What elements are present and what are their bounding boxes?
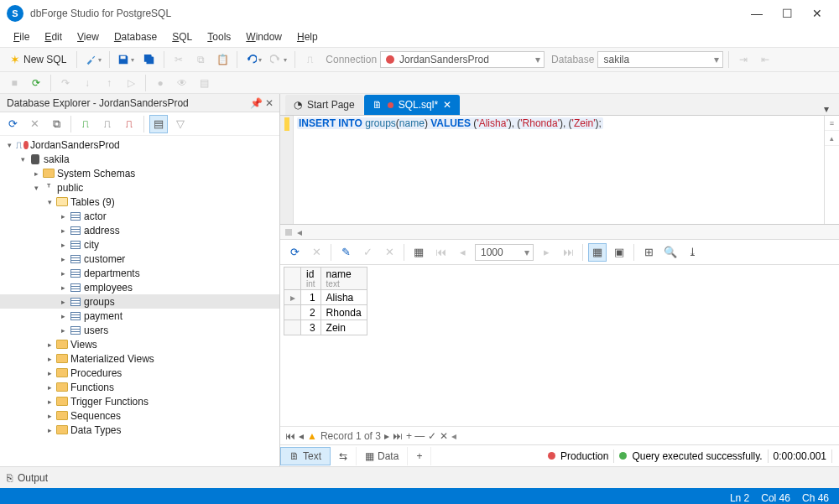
new-conn-icon[interactable]: ⎍ [76,115,95,133]
row-selector[interactable]: ▸ [284,290,301,305]
column-name[interactable]: nametext [320,268,367,290]
tree-twisty-icon[interactable]: ▸ [57,241,69,249]
scroll-left-icon[interactable]: ◂ [451,430,456,442]
cell-name[interactable]: Alisha [320,290,367,305]
continue-icon[interactable]: ▷ [122,74,140,92]
cancel-results-icon[interactable]: ✕ [307,243,326,262]
editor-hscroll[interactable]: ◂ [280,225,839,240]
refresh-results-icon[interactable]: ⟳ [285,243,304,262]
tree-twisty-icon[interactable]: ▸ [57,226,69,235]
last-page-icon[interactable]: ⏭ [559,243,577,262]
maximize-button[interactable]: ☐ [772,3,802,23]
tree-twisty-icon[interactable]: ▸ [44,340,55,349]
menu-view[interactable]: View [70,29,106,44]
add-result-tab-button[interactable]: + [408,447,431,465]
tree-twisty-icon[interactable]: ▸ [57,269,69,278]
tree-twisty-icon[interactable]: ▸ [44,355,55,363]
step-out-icon[interactable]: ↑ [100,74,118,92]
pin-icon[interactable]: 📌 [249,97,263,109]
next-page-icon[interactable]: ▸ [537,243,555,262]
watch-icon[interactable]: 👁 [173,74,191,92]
new-sql-button[interactable]: ✶ New SQL [5,53,71,66]
tree-twisty-icon[interactable]: ▸ [44,383,55,392]
page-size-dropdown[interactable]: 1000 ▾ [475,244,534,261]
tree-node-payment[interactable]: ▸payment [0,309,279,323]
tree-node-data-types[interactable]: ▸Data Types [0,423,279,437]
row-selector[interactable] [284,320,301,335]
tree-twisty-icon[interactable]: ▾ [3,141,15,149]
tree-node-users[interactable]: ▸users [0,323,279,337]
tree-twisty-icon[interactable]: ▸ [57,212,69,221]
menu-help[interactable]: Help [290,29,325,44]
close-panel-icon[interactable]: ✕ [263,97,276,109]
split-handle-icon[interactable] [285,229,292,236]
tree-node-tables-9-[interactable]: ▾Tables (9) [0,195,279,209]
tree-twisty-icon[interactable]: ▾ [17,155,29,164]
cell-id[interactable]: 1 [301,290,321,305]
tree-node-jordansandersprod[interactable]: ▾JordanSandersProd [0,138,279,152]
first-page-icon[interactable]: ⏮ [431,243,450,262]
cell-name[interactable]: Rhonda [320,305,367,320]
paste-icon[interactable]: 📋 [213,50,232,69]
tree-node-functions[interactable]: ▸Functions [0,380,279,394]
minimize-button[interactable]: — [742,3,772,23]
menu-edit[interactable]: Edit [38,29,69,44]
swap-view-button[interactable]: ⇆ [331,447,357,465]
tree-node-trigger-functions[interactable]: ▸Trigger Functions [0,394,279,408]
tree-node-actor[interactable]: ▸actor [0,209,279,223]
table-row[interactable]: ▸1Alisha [284,290,367,305]
row-selector[interactable] [284,305,301,320]
menu-sql[interactable]: SQL [165,29,199,44]
undo-icon[interactable]: ▾ [242,50,264,69]
grid-view-icon[interactable]: ▦ [588,243,607,262]
scroll-up-icon[interactable]: ▴ [825,131,839,146]
edit-conn-icon[interactable]: ⎍ [98,115,117,133]
connection-picker-icon[interactable]: ⎍ [300,50,319,69]
tree-twisty-icon[interactable]: ▾ [30,184,42,192]
locals-icon[interactable]: ▤ [195,74,213,92]
tree-node-customer[interactable]: ▸customer [0,252,279,266]
copy-tree-icon[interactable]: ⧉ [47,115,65,133]
grid-options-icon[interactable]: ▦ [409,243,428,262]
save-icon[interactable]: ▾ [115,50,137,69]
tree-node-departments[interactable]: ▸departments [0,266,279,280]
copy-icon[interactable]: ⧉ [191,50,210,69]
data-view-button[interactable]: ▦ Data [357,447,408,465]
step-into-icon[interactable]: ↓ [78,74,96,92]
text-view-button[interactable]: 🗎 Text [280,447,331,465]
filter-icon[interactable]: ▽ [171,115,190,133]
tree-twisty-icon[interactable]: ▸ [44,412,55,420]
add-record-icon[interactable]: + — [406,430,425,442]
tabs-overflow-icon[interactable]: ▾ [819,103,834,115]
cut-icon[interactable]: ✂ [169,50,188,69]
tree-node-groups[interactable]: ▸groups [0,294,279,309]
output-panel-tab[interactable]: ⎘ Output [0,466,839,488]
menu-file[interactable]: File [7,29,36,44]
find-icon[interactable]: 🔍 [661,243,680,262]
tree-twisty-icon[interactable]: ▸ [30,169,42,178]
delete-icon[interactable]: ✕ [25,115,44,133]
first-record-icon[interactable]: ⏮ [285,430,295,442]
scroll-left-icon[interactable]: ◂ [297,226,302,238]
cell-id[interactable]: 2 [301,305,321,320]
tree-node-sequences[interactable]: ▸Sequences [0,408,279,423]
cell-name[interactable]: Zein [320,320,367,335]
column-id[interactable]: idint [301,268,321,290]
tree-twisty-icon[interactable]: ▸ [57,298,69,306]
revert-icon[interactable]: ✕ [380,243,399,262]
editor-vscroll[interactable]: ≡ ▴ [824,116,839,224]
cell-id[interactable]: 3 [301,320,321,335]
remove-conn-icon[interactable]: ⎍ [120,115,138,133]
view-mode-icon[interactable]: ▤ [149,115,168,133]
menu-tools[interactable]: Tools [201,29,237,44]
tree-node-views[interactable]: ▸Views [0,337,279,351]
tree-twisty-icon[interactable]: ▸ [44,369,55,377]
last-record-icon[interactable]: ⏭ [393,430,403,442]
close-tab-icon[interactable]: ✕ [443,99,451,111]
breakpoint-icon[interactable]: ● [151,74,169,92]
connection-dropdown[interactable]: JordanSandersProd ▾ [380,51,545,68]
prev-record-icon[interactable]: ◂ [299,430,304,442]
table-row[interactable]: 3Zein [284,320,367,335]
apply-icon[interactable]: ✓ [358,243,377,262]
step-over-icon[interactable]: ↷ [56,74,75,92]
